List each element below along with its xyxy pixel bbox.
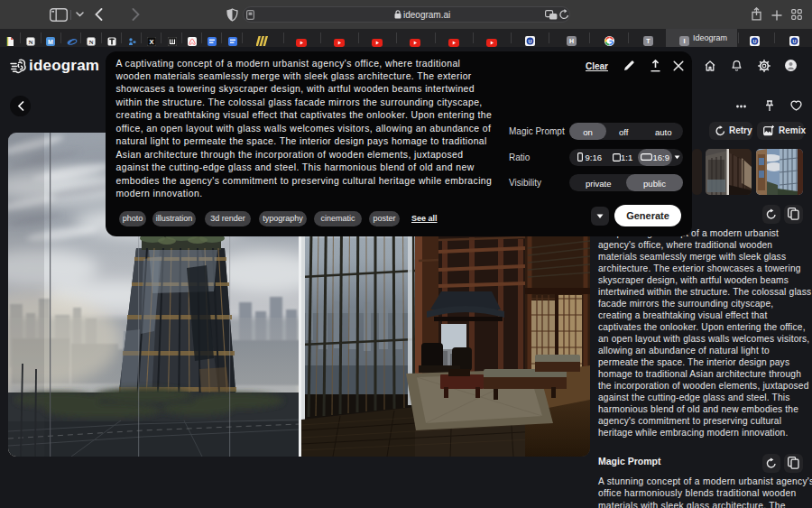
svg-text:H: H <box>568 38 573 44</box>
svg-text:U: U <box>528 39 531 44</box>
svg-text:N: N <box>88 39 93 46</box>
svg-text:M: M <box>48 39 53 45</box>
svg-text:N: N <box>28 39 32 46</box>
svg-text:T: T <box>646 38 651 44</box>
svg-text:U: U <box>792 39 796 44</box>
svg-text:I: I <box>683 37 685 45</box>
svg-text:U: U <box>752 39 756 44</box>
svg-text:X: X <box>149 38 153 46</box>
